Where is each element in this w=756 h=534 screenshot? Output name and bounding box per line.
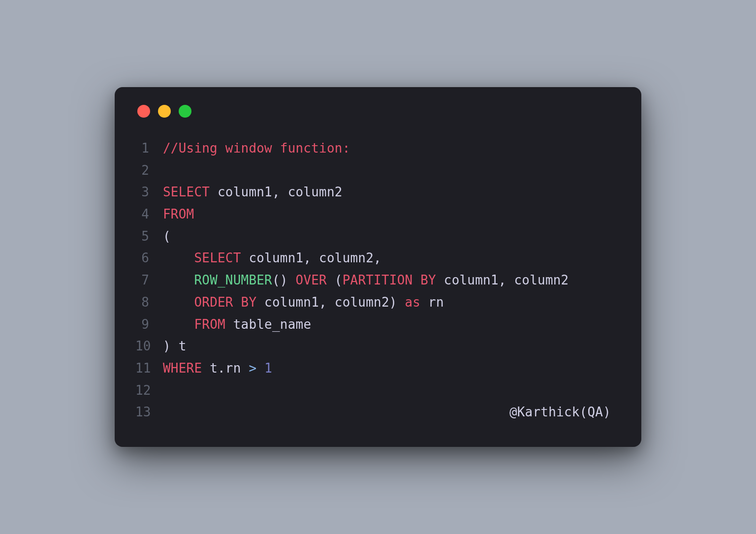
line-content: FROM [163, 203, 621, 225]
line-number: 5 [135, 225, 163, 248]
code-window: 1//Using window function:23SELECT column… [115, 87, 641, 447]
code-line: 12 [135, 379, 621, 402]
token-identifier [163, 273, 194, 287]
token-identifier [163, 295, 194, 310]
line-number: 9 [135, 314, 163, 336]
token-identifier [288, 273, 296, 287]
token-identifier: table_name [225, 317, 311, 332]
line-content [163, 159, 621, 182]
token-punct: , [499, 273, 506, 287]
token-func: ROW_NUMBER [194, 273, 272, 287]
token-identifier: column1 [436, 273, 499, 287]
token-identifier: column2 [280, 185, 343, 199]
token-comment: //Using window function: [163, 141, 350, 156]
line-number: 7 [135, 269, 163, 291]
token-keyword: SELECT [163, 185, 210, 199]
token-identifier [397, 295, 405, 310]
line-content: WHERE t.rn > 1 [163, 357, 621, 379]
code-line: 2 [135, 159, 621, 182]
close-icon[interactable] [137, 105, 150, 118]
token-keyword: FROM [194, 317, 225, 332]
token-identifier [163, 317, 194, 332]
window-titlebar [135, 105, 621, 118]
code-line: 9 FROM table_name [135, 314, 621, 336]
line-content: SELECT column1, column2 [163, 181, 621, 203]
line-number: 13 [135, 401, 163, 423]
code-line: 10) t [135, 335, 621, 357]
token-identifier: column1 [256, 295, 319, 310]
token-identifier: t [202, 361, 218, 376]
token-identifier: rn [225, 361, 249, 376]
token-punct: ( [335, 273, 343, 287]
line-content [163, 379, 621, 402]
token-punct: . [218, 361, 225, 376]
token-keyword: WHERE [163, 361, 202, 376]
code-block: 1//Using window function:23SELECT column… [135, 137, 621, 423]
code-line: 7 ROW_NUMBER() OVER (PARTITION BY column… [135, 269, 621, 291]
token-keyword: PARTITION BY [343, 273, 436, 287]
token-punct: , [319, 295, 327, 310]
token-keyword: as [405, 295, 420, 310]
line-content: ROW_NUMBER() OVER (PARTITION BY column1,… [163, 269, 621, 291]
line-content: ) t [163, 335, 621, 357]
line-content: FROM table_name [163, 314, 621, 336]
line-number: 6 [135, 247, 163, 269]
code-line: 6 SELECT column1, column2, [135, 247, 621, 269]
line-content: //Using window function: [163, 137, 621, 159]
line-content: ORDER BY column1, column2) as rn [163, 291, 621, 314]
code-line: 11WHERE t.rn > 1 [135, 357, 621, 379]
token-identifier: t [171, 339, 187, 353]
token-punct: , [374, 251, 381, 265]
minimize-icon[interactable] [158, 105, 171, 118]
token-punct: ) [389, 295, 397, 310]
token-keyword: FROM [163, 207, 194, 221]
token-keyword: ORDER BY [194, 295, 256, 310]
token-number: 1 [264, 361, 272, 376]
token-identifier [256, 361, 264, 376]
line-content: @Karthick(QA) [163, 401, 621, 423]
token-identifier: column1 [210, 185, 272, 199]
token-punct: , [303, 251, 311, 265]
token-sig: @Karthick(QA) [509, 405, 611, 419]
token-identifier [327, 273, 335, 287]
token-identifier: column2 [311, 251, 374, 265]
line-number: 12 [135, 379, 163, 402]
code-line: 1//Using window function: [135, 137, 621, 159]
line-number: 3 [135, 181, 163, 203]
token-keyword: SELECT [194, 251, 241, 265]
token-keyword: OVER [296, 273, 327, 287]
code-line: 4FROM [135, 203, 621, 225]
code-line: 8 ORDER BY column1, column2) as rn [135, 291, 621, 314]
token-identifier [163, 251, 194, 265]
line-number: 8 [135, 291, 163, 314]
token-identifier: rn [420, 295, 444, 310]
token-operator: > [249, 361, 256, 376]
token-identifier: column1 [241, 251, 304, 265]
line-number: 1 [135, 137, 163, 159]
code-line: 3SELECT column1, column2 [135, 181, 621, 203]
token-punct: ) [163, 339, 171, 353]
code-line: 13@Karthick(QA) [135, 401, 621, 423]
token-punct: , [272, 185, 280, 199]
token-identifier: column2 [327, 295, 389, 310]
line-number: 11 [135, 357, 163, 379]
line-number: 10 [135, 335, 163, 357]
code-line: 5( [135, 225, 621, 248]
token-punct: () [272, 273, 288, 287]
token-punct: ( [163, 229, 171, 244]
maximize-icon[interactable] [179, 105, 191, 118]
line-number: 2 [135, 159, 163, 182]
line-content: SELECT column1, column2, [163, 247, 621, 269]
line-content: ( [163, 225, 621, 248]
line-number: 4 [135, 203, 163, 225]
token-identifier: column2 [506, 273, 569, 287]
